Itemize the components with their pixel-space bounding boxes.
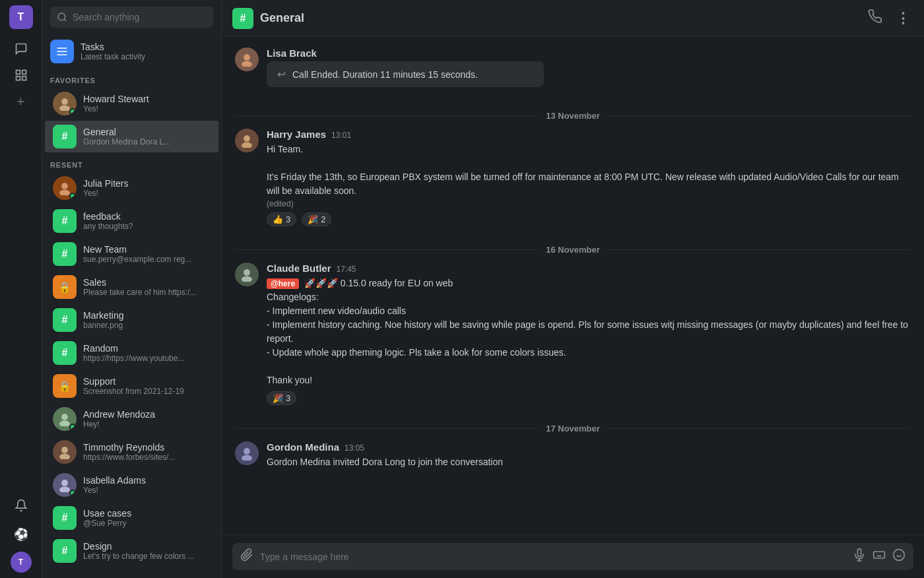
here-mention-badge: @here [267, 278, 299, 289]
svg-point-19 [242, 142, 252, 148]
message-input-wrapper [232, 543, 913, 570]
sidebar-item-sales[interactable]: 🔒 Sales Please take care of him https:/.… [45, 271, 218, 303]
favorites-label: FAVORITES [42, 69, 221, 87]
svg-point-12 [61, 447, 68, 453]
sidebar-item-design[interactable]: # Design Let's try to change few colors … [45, 535, 218, 567]
support-name: Support [83, 376, 211, 387]
svg-point-18 [244, 135, 250, 142]
svg-point-15 [59, 486, 70, 492]
svg-rect-2 [16, 77, 20, 80]
sales-preview: Please take care of him https:/... [83, 288, 211, 297]
isabella-preview: Yes! [83, 486, 211, 495]
emoji-button[interactable] [892, 548, 906, 565]
svg-point-20 [244, 269, 250, 276]
sidebar-item-support[interactable]: 🔒 Support Screenshot from 2021-12-19 [45, 370, 218, 402]
message-group-claude: Claude Butler 17:45 @here 🚀🚀🚀 0.15.0 rea… [235, 263, 911, 405]
grid-icon[interactable] [9, 63, 33, 87]
usecases-name: Usae cases [83, 508, 211, 519]
sidebar-item-random[interactable]: # Random https://https://www.youtube... [45, 337, 218, 369]
design-preview: Let's try to change few colors ... [83, 552, 211, 561]
svg-point-21 [242, 276, 252, 282]
chat-icon[interactable] [9, 37, 33, 61]
bell-icon[interactable] [9, 494, 33, 517]
reaction-thumbsup[interactable]: 👍3 [267, 212, 296, 226]
date-16-label: 16 November [546, 245, 600, 255]
sales-name: Sales [83, 277, 211, 288]
andrew-preview: Hey! [83, 420, 211, 429]
design-icon: # [53, 539, 77, 563]
svg-point-22 [244, 448, 250, 455]
howard-preview: Yes! [83, 104, 211, 113]
phone-button[interactable] [865, 7, 885, 30]
search-bar[interactable] [50, 7, 213, 28]
msg-text-harry: Hi Team. It's Friday the 13th, so Europe… [267, 143, 911, 198]
sidebar-item-usecases[interactable]: # Usae cases @Sue Perry [45, 502, 218, 534]
sidebar-item-julia[interactable]: Julia Piters Yes! [45, 172, 218, 204]
channel-header-icon: # [232, 8, 253, 29]
input-right-actions [853, 548, 906, 565]
more-options-button[interactable]: ⋮ [893, 7, 913, 30]
sidebar-item-howard[interactable]: Howard Stewart Yes! [45, 88, 218, 119]
feedback-preview: any thoughts? [83, 222, 211, 231]
tasks-item[interactable]: Tasks Latest task activity [42, 34, 221, 69]
msg-text-claude: @here 🚀🚀🚀 0.15.0 ready for EU on web Cha… [267, 276, 911, 387]
andrew-name: Andrew Mendoza [83, 409, 211, 420]
marketing-icon: # [53, 308, 77, 332]
msg-time-harry: 13:01 [331, 131, 351, 140]
sidebar-item-isabella[interactable]: Isabella Adams Yes! [45, 469, 218, 501]
msg-author-claude: Claude Butler [267, 263, 331, 274]
messages-area: Lisa Brack ↩ Call Ended. Duration 11 min… [222, 37, 924, 534]
channel-header-name: General [260, 11, 865, 25]
marketing-preview: banner.png [83, 321, 211, 330]
newteam-name: New Team [83, 244, 211, 255]
avatar-harry [235, 129, 259, 152]
soccer-icon[interactable]: ⚽ [9, 523, 33, 546]
current-user-avatar[interactable]: T [11, 552, 32, 573]
svg-point-8 [61, 183, 68, 189]
sidebar-item-marketing[interactable]: # Marketing banner.png [45, 304, 218, 336]
sidebar-item-timmothy[interactable]: Timmothy Reynolds https://www.forbes/sit… [45, 436, 218, 468]
feedback-name: feedback [83, 211, 211, 222]
newteam-icon: # [53, 242, 77, 266]
avatar-julia [53, 176, 77, 200]
search-input[interactable] [73, 12, 207, 22]
tasks-name: Tasks [81, 42, 213, 52]
random-name: Random [83, 343, 211, 354]
call-ended-icon: ↩ [277, 68, 286, 80]
msg-time-gordon: 13:05 [345, 443, 364, 453]
online-indicator-julia [69, 193, 76, 199]
user-avatar-initial[interactable]: T [9, 5, 33, 29]
svg-rect-0 [16, 71, 20, 75]
avatar-howard [53, 92, 77, 115]
reaction-party[interactable]: 🎉2 [302, 212, 331, 226]
general-channel-icon: # [53, 125, 77, 148]
add-workspace-icon[interactable]: + [9, 90, 33, 113]
tasks-subtitle: Latest task activity [81, 52, 213, 61]
feedback-icon: # [53, 209, 77, 233]
microphone-button[interactable] [853, 548, 866, 565]
message-input[interactable] [260, 552, 846, 562]
msg-text-gordon: Gordon Medina invited Dora Long to join … [267, 455, 911, 469]
sidebar-item-feedback[interactable]: # feedback any thoughts? [45, 205, 218, 237]
sidebar-item-general[interactable]: # General Gordon Medina Dora L... [45, 121, 218, 152]
design-name: Design [83, 541, 211, 552]
date-13-label: 13 November [546, 111, 600, 121]
online-indicator-isabella [69, 490, 76, 496]
date-17-label: 17 November [546, 424, 600, 434]
keyboard-button[interactable] [873, 548, 886, 565]
avatar-claude [235, 263, 259, 286]
tasks-icon [50, 40, 74, 63]
svg-point-23 [242, 455, 252, 461]
msg-author-harry: Harry James [267, 129, 326, 140]
main-chat: # General ⋮ Lisa Brack ↩ Call Ended. Dur… [222, 0, 924, 578]
sidebar: Tasks Latest task activity FAVORITES How… [42, 0, 222, 578]
isabella-name: Isabella Adams [83, 475, 211, 486]
sidebar-item-newteam[interactable]: # New Team sue.perry@example.com reg... [45, 238, 218, 270]
svg-point-13 [59, 453, 70, 459]
sidebar-item-andrew[interactable]: Andrew Mendoza Hey! [45, 403, 218, 435]
avatar-gordon [235, 441, 259, 465]
attach-button[interactable] [240, 548, 253, 565]
reaction-party-claude[interactable]: 🎉3 [267, 391, 296, 405]
msg-time-claude: 17:45 [337, 265, 356, 274]
message-group-gordon: Gordon Medina 13:05 Gordon Medina invite… [235, 441, 911, 469]
